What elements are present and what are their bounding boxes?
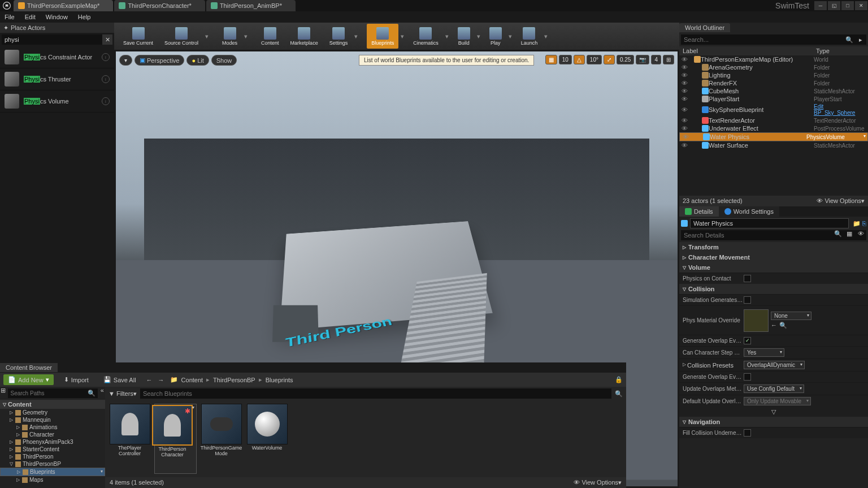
minimize-button[interactable]: ─: [814, 1, 827, 10]
tab-details[interactable]: Details: [679, 206, 719, 217]
info-icon[interactable]: i: [102, 75, 110, 83]
outliner-row[interactable]: 👁 Water PhysicsPhysicsVolume: [679, 132, 868, 141]
source-tree-item[interactable]: ▷Blueprints: [0, 468, 105, 476]
outliner-col-type[interactable]: Type: [816, 47, 865, 54]
outliner-row[interactable]: 👁 Water SurfaceStaticMeshActor: [679, 141, 868, 149]
visibility-icon[interactable]: 👁: [682, 125, 689, 132]
outliner-view-options[interactable]: 👁 View Options▾: [817, 197, 865, 205]
source-tree-item[interactable]: ▷PhoenyxAnimPack3: [0, 438, 105, 446]
visibility-icon[interactable]: 👁: [682, 88, 689, 94]
place-actors-search-input[interactable]: [2, 34, 102, 45]
asset-tile[interactable]: WaterVolume: [246, 404, 288, 474]
category-character-movement[interactable]: ▷Character Movement: [679, 252, 868, 262]
asset-tile[interactable]: ✱ThirdPerson Character: [154, 404, 197, 474]
outliner-row[interactable]: 👁 CubeMeshStaticMeshActor: [679, 87, 868, 95]
can-step-dropdown[interactable]: Yes: [744, 348, 784, 357]
outliner-row[interactable]: 👁 ArenaGeometryFolder: [679, 63, 868, 71]
viewport-lit-button[interactable]: ●Lit: [186, 55, 209, 66]
place-actor-item[interactable]: Physics Thrusteri: [0, 68, 114, 90]
visibility-icon[interactable]: 👁: [682, 106, 689, 113]
sources-search-input[interactable]: [8, 388, 85, 398]
eye-icon[interactable]: 👁: [855, 230, 866, 240]
phys-material-dropdown[interactable]: None: [771, 312, 811, 320]
folder-icon[interactable]: 📁: [170, 376, 178, 383]
tab-world-settings[interactable]: World Settings: [719, 206, 779, 217]
grid-snap-icon[interactable]: ▦: [545, 55, 557, 64]
source-tree-item[interactable]: ▷Character: [0, 431, 105, 438]
generate-overlap-d-checkbox[interactable]: [744, 373, 751, 381]
visibility-icon[interactable]: 👁: [682, 56, 689, 63]
search-icon[interactable]: 🔍: [844, 34, 855, 45]
outliner-options-icon[interactable]: ▸: [855, 34, 866, 45]
toolbar-build[interactable]: Build: [453, 24, 475, 49]
content-view-options[interactable]: 👁 View Options▾: [574, 479, 622, 486]
toolbar-source-control[interactable]: Source Control: [160, 24, 203, 49]
lock-icon[interactable]: 🔒: [615, 376, 623, 383]
toolbar-dropdown-arrow[interactable]: ▾: [400, 24, 405, 49]
visibility-icon[interactable]: 👁: [682, 64, 689, 71]
viewport-show-button[interactable]: Show: [211, 55, 237, 66]
asset-tile[interactable]: ThePlayer Controller: [108, 404, 151, 474]
save-all-button[interactable]: 💾 Save All: [99, 374, 141, 385]
viewport-menu-button[interactable]: ▾: [119, 55, 132, 66]
restore-button[interactable]: ◱: [828, 1, 840, 10]
place-actor-item[interactable]: Physics Volumei: [0, 90, 114, 113]
source-tree-item[interactable]: ▷StarterContent: [0, 446, 105, 453]
sources-collapse-icon[interactable]: «: [99, 387, 106, 400]
toolbar-settings[interactable]: Settings: [325, 24, 353, 49]
toolbar-dropdown-arrow[interactable]: ▾: [243, 24, 249, 49]
asset-grid[interactable]: ThePlayer Controller✱ThirdPerson Charact…: [105, 400, 626, 477]
outliner-search-input[interactable]: [681, 34, 844, 45]
sim-hit-checkbox[interactable]: [744, 296, 751, 304]
editor-tab-character[interactable]: ThirdPersonCharacter*: [114, 0, 205, 11]
scale-snap-icon[interactable]: ⤢: [604, 55, 615, 64]
physics-on-contact-checkbox[interactable]: [744, 275, 751, 282]
breadcrumb-content[interactable]: Content: [181, 377, 203, 383]
toolbar-dropdown-arrow[interactable]: ▾: [476, 24, 481, 49]
outliner-col-label[interactable]: Label: [683, 47, 816, 54]
outliner-row[interactable]: 👁 TextRenderActorTextRenderActor: [679, 116, 868, 124]
toolbar-dropdown-arrow[interactable]: ▾: [204, 24, 210, 49]
editor-tab-animbp[interactable]: ThirdPerson_AnimBP*: [206, 0, 296, 11]
clear-search-button[interactable]: ✕: [102, 34, 112, 45]
visibility-icon[interactable]: 👁: [682, 72, 689, 79]
outliner-tree[interactable]: 👁 ThirdPersonExampleMap (Editor)World👁 A…: [679, 55, 868, 196]
editor-tab-map[interactable]: ThirdPersonExampleMap*: [14, 0, 113, 11]
scale-snap-value[interactable]: 0.25: [617, 55, 634, 64]
toolbar-dropdown-arrow[interactable]: ▾: [444, 24, 450, 49]
menu-help[interactable]: Help: [78, 14, 91, 20]
close-button[interactable]: ✕: [855, 1, 867, 10]
outliner-row[interactable]: 👁 RenderFXFolder: [679, 79, 868, 87]
visibility-icon[interactable]: 👁: [683, 133, 691, 140]
toolbar-blueprints[interactable]: Blueprints: [367, 24, 398, 49]
actor-browse-icon[interactable]: 📁: [853, 220, 861, 227]
outliner-row[interactable]: 👁 ThirdPersonExampleMap (Editor)World: [679, 55, 868, 63]
sources-tree[interactable]: ▷Geometry▷Mannequin▷Animations▷Character…: [0, 409, 105, 483]
visibility-icon[interactable]: 👁: [682, 80, 689, 87]
camera-speed-icon[interactable]: 📷: [636, 55, 649, 64]
source-tree-item[interactable]: ▷ThirdPerson: [0, 453, 105, 460]
grid-snap-value[interactable]: 10: [559, 55, 572, 64]
phys-material-thumbnail[interactable]: [744, 309, 769, 332]
visibility-icon[interactable]: 👁: [682, 142, 689, 149]
update-overlaps-dropdown[interactable]: Use Config Default: [744, 385, 804, 393]
tab-world-outliner[interactable]: World Outliner: [679, 23, 730, 32]
place-actors-header[interactable]: ✦ Place Actors: [0, 23, 114, 33]
menu-window[interactable]: Window: [46, 14, 68, 20]
asset-search-input[interactable]: [140, 388, 611, 399]
info-icon[interactable]: i: [102, 53, 110, 61]
toolbar-cinematics[interactable]: Cinematics: [409, 24, 443, 49]
angle-snap-value[interactable]: 10°: [587, 55, 602, 64]
generate-overlap-checkbox[interactable]: [744, 337, 751, 344]
toolbar-modes[interactable]: Modes: [218, 24, 242, 49]
add-new-button[interactable]: 📄 Add New ▾: [3, 374, 54, 385]
place-actor-item[interactable]: Physics Constraint Actori: [0, 46, 114, 68]
toolbar-marketplace[interactable]: Marketplace: [286, 24, 323, 49]
category-collision[interactable]: ▽Collision: [679, 284, 868, 294]
tab-content-browser[interactable]: Content Browser: [0, 363, 58, 372]
source-tree-item[interactable]: ▷Mannequin: [0, 416, 105, 424]
search-icon[interactable]: 🔍: [615, 390, 623, 398]
angle-snap-icon[interactable]: △: [574, 55, 585, 64]
toolbar-play[interactable]: Play: [485, 24, 506, 49]
blueprint-edit-icon[interactable]: ⎘: [862, 220, 866, 227]
